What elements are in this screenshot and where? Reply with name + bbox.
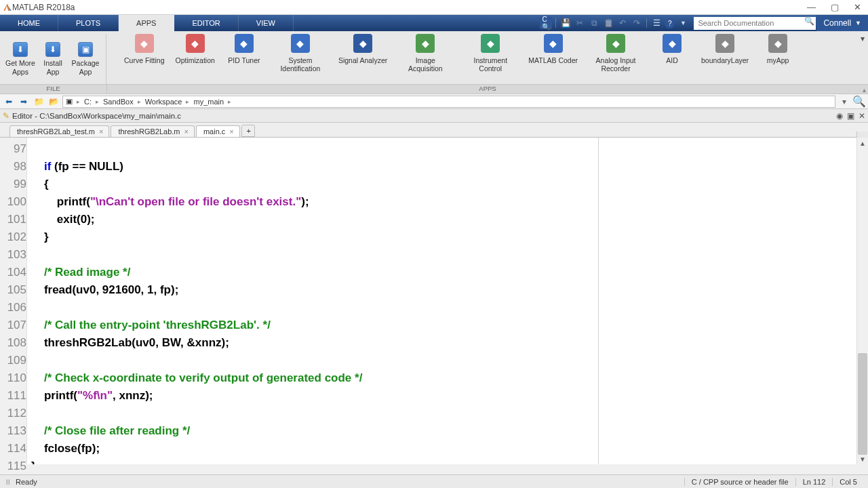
editor-icon: ✎ (3, 111, 9, 121)
paste-button[interactable]: 📋 (602, 17, 614, 29)
code-editor[interactable]: 9798991001011021031041051061071081091101… (0, 138, 868, 464)
status-col: Col 5 (832, 478, 864, 486)
app-icon: ◆ (715, 34, 734, 53)
scroll-down-button[interactable]: ▼ (857, 453, 868, 464)
install-app-button[interactable]: ⬇Install App (37, 41, 69, 77)
cut-button[interactable]: ✂ (574, 17, 586, 29)
undo-button[interactable]: ↶ (616, 17, 629, 29)
line-gutter: 9798991001011021031041051061071081091101… (0, 138, 27, 464)
editor-actions-button[interactable]: ◉ (836, 111, 843, 121)
main-tab-home[interactable]: HOME (0, 15, 58, 31)
status-filetype: C / CPP source or header file (684, 478, 795, 486)
search-folder-button[interactable]: 🔍 (853, 95, 865, 108)
nav-back-button[interactable]: ⬅ (3, 96, 15, 108)
app-system-identification[interactable]: ◆System Identification (268, 34, 333, 73)
app-icon: ◆ (235, 34, 254, 53)
crumb-3[interactable]: my_main (193, 98, 224, 106)
app-icon: ◆ (416, 34, 435, 53)
app-pid-tuner[interactable]: ◆PID Tuner (220, 34, 268, 64)
app-instrument-control[interactable]: ◆Instrument Control (458, 34, 523, 73)
copy-button[interactable]: ⧉ (588, 17, 600, 29)
app-icon: ◆ (353, 34, 372, 53)
scroll-up-button[interactable]: ▲ (857, 138, 868, 148)
favorites-button[interactable]: ☰ (650, 17, 663, 29)
main-tab-view[interactable]: VIEW (239, 15, 294, 31)
ribbon-section-label-file: FILE (0, 85, 107, 94)
app-icon: ◆ (135, 34, 154, 53)
status-line: Ln 112 (795, 478, 833, 486)
app-icon: ◆ (291, 34, 310, 53)
user-menu[interactable]: Connell▼ (816, 15, 868, 31)
file-tab-main-c[interactable]: main.c× (196, 125, 240, 137)
close-tab-icon[interactable]: × (99, 127, 103, 136)
main-tab-plots[interactable]: PLOTS (58, 15, 119, 31)
toolstrip-tabs: HOMEPLOTSAPPSEDITORVIEWC🔍💾✂⧉📋↶↷☰?▼🔍Conne… (0, 15, 868, 31)
package-app-button[interactable]: ▣Package App (69, 41, 102, 77)
ribbon: ⬇Get More Apps ⬇Install App ▣Package App… (0, 31, 868, 94)
collapse-ribbon-button[interactable]: ▴ (863, 86, 866, 94)
app-icon: ◆ (606, 34, 625, 53)
nav-forward-button[interactable]: ➡ (18, 96, 30, 108)
busy-indicator-icon: ⏸ (4, 478, 12, 486)
app-icon: ◆ (768, 34, 787, 53)
scroll-thumb[interactable] (858, 353, 867, 455)
file-tab-threshRGB2Lab-m[interactable]: threshRGB2Lab.m× (111, 125, 195, 137)
code-area[interactable]: if (fp == NULL) { printf("\nCan't open f… (27, 138, 868, 464)
status-bar: ⏸ Ready C / CPP source or header file Ln… (0, 474, 868, 488)
close-button[interactable]: ✕ (854, 3, 861, 12)
app-analog-input-recorder[interactable]: ◆Analog Input Recorder (583, 34, 648, 73)
editor-titlebar: ✎ Editor - C:\SandBox\Workspace\my_main\… (0, 109, 868, 123)
search-icon[interactable]: 🔍 (804, 16, 814, 26)
app-icon: ◆ (186, 34, 205, 53)
app-matlab-coder[interactable]: ◆MATLAB Coder (523, 34, 583, 64)
main-tab-apps[interactable]: APPS (119, 15, 174, 31)
vertical-scrollbar[interactable]: ▲ ▼ (856, 138, 868, 464)
redo-button[interactable]: ↷ (631, 17, 643, 29)
app-icon: ◆ (544, 34, 563, 53)
get-more-apps-button[interactable]: ⬇Get More Apps (4, 41, 37, 77)
drive-icon: ▣ (66, 97, 73, 106)
minimize-button[interactable]: — (807, 3, 816, 12)
apps-gallery: ◆Curve Fitting◆Optimization◆PID Tuner◆Sy… (106, 34, 857, 84)
help-dropdown[interactable]: ▼ (677, 17, 689, 29)
help-button[interactable]: ? (665, 18, 675, 28)
browse-folder-button[interactable]: 📂 (47, 96, 60, 108)
app-aid[interactable]: ◆AID (648, 34, 696, 64)
nav-up-button[interactable]: 📁 (33, 96, 45, 108)
app-optimization[interactable]: ◆Optimization (170, 34, 220, 64)
window-title: MATLAB R2018a (12, 3, 807, 12)
save-button[interactable]: 💾 (559, 17, 572, 29)
breadcrumb[interactable]: ▣▸C:▸SandBox▸Workspace▸my_main▸ (62, 96, 835, 108)
editor-close-button[interactable]: ✕ (859, 111, 865, 121)
apps-dropdown-button[interactable]: ▾ (857, 34, 868, 43)
title-bar: MATLAB R2018a — ▢ ✕ (0, 0, 868, 15)
app-signal-analyzer[interactable]: ◆Signal Analyzer (333, 34, 393, 64)
ribbon-section-label-apps: APPS (107, 85, 868, 94)
app-image-acquisition[interactable]: ◆Image Acquisition (393, 34, 458, 73)
editor-title: Editor - C:\SandBox\Workspace\my_main\ma… (12, 112, 181, 120)
editor-file-tabs: threshRGB2Lab_test.m×threshRGB2Lab.m×mai… (0, 123, 868, 138)
search-commands-button[interactable]: C🔍 (540, 17, 552, 29)
editor-dock-button[interactable]: ▣ (847, 111, 854, 121)
crumb-1[interactable]: SandBox (103, 98, 134, 106)
crumbs-dropdown[interactable]: ▾ (838, 96, 850, 108)
close-tab-icon[interactable]: × (184, 127, 189, 136)
user-name: Connell (823, 18, 851, 28)
right-margin-line (598, 138, 599, 464)
app-boundarylayer[interactable]: ◆boundaryLayer (696, 34, 754, 64)
app-curve-fitting[interactable]: ◆Curve Fitting (119, 34, 170, 64)
current-folder-bar: ⬅ ➡ 📁 📂 ▣▸C:▸SandBox▸Workspace▸my_main▸ … (0, 94, 868, 109)
matlab-logo-icon (3, 3, 12, 12)
crumb-2[interactable]: Workspace (145, 98, 182, 106)
close-tab-icon[interactable]: × (229, 127, 233, 136)
file-tab-threshRGB2Lab_test-m[interactable]: threshRGB2Lab_test.m× (9, 125, 109, 137)
crumb-0[interactable]: C: (84, 98, 92, 106)
main-tab-editor[interactable]: EDITOR (174, 15, 238, 31)
app-icon: ◆ (663, 34, 682, 53)
app-myapp[interactable]: ◆myApp (754, 34, 802, 64)
new-file-tab-button[interactable]: + (241, 125, 255, 137)
maximize-button[interactable]: ▢ (831, 3, 839, 12)
status-ready: Ready (16, 478, 37, 486)
app-icon: ◆ (481, 34, 500, 53)
doc-search-input[interactable] (694, 17, 816, 30)
